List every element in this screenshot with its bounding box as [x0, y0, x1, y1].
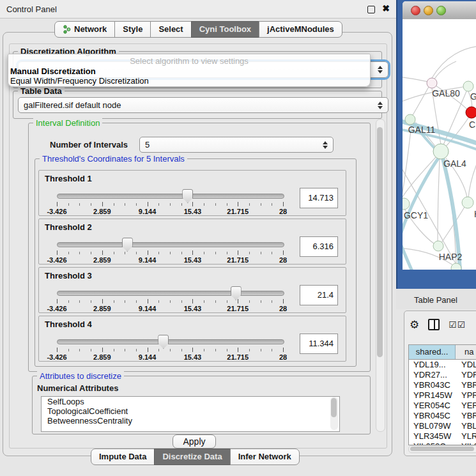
mac-close-icon[interactable] — [411, 6, 420, 15]
network-canvas[interactable]: GAL80G.CGAL11GAL4GCY1HHAP2 — [403, 19, 476, 270]
tab-style[interactable]: Style — [114, 21, 151, 38]
cyni-bottom-tabs: Impute Data Discretize Data Infer Networ… — [91, 449, 300, 465]
slider-thumb[interactable] — [158, 335, 169, 349]
column-selector-icon[interactable] — [428, 319, 440, 330]
table-row[interactable]: YBR043CYBR0 — [409, 380, 476, 390]
attribute-list-item[interactable]: BetweennessCentrality — [42, 416, 339, 426]
network-edge[interactable] — [413, 87, 429, 115]
table-row[interactable]: YBR045CYBR0 — [409, 411, 476, 421]
tab-discretize-data[interactable]: Discretize Data — [154, 449, 230, 465]
network-node-label: G. — [470, 91, 476, 102]
checkbox-icons[interactable]: ☑☑ — [449, 319, 466, 330]
threshold-1-value-field[interactable]: 14.713 — [300, 188, 338, 208]
slider-track[interactable] — [57, 194, 284, 199]
table-row[interactable]: YLR345WYLR3 — [409, 431, 476, 441]
threshold-3-value-field[interactable]: 21.4 — [300, 285, 338, 305]
network-node[interactable] — [463, 81, 473, 91]
threshold-3-slider[interactable]: -3.4262.8599.14415.4321.71528 — [57, 288, 283, 310]
mac-zoom-icon[interactable] — [436, 6, 446, 15]
threshold-4-label: Threshold 4 — [45, 319, 92, 329]
node-attribute-table[interactable]: shared... na YDL19...YDL1YDR27...YDR2YBR… — [408, 344, 476, 445]
network-node[interactable] — [466, 107, 476, 118]
network-node[interactable] — [462, 197, 473, 208]
table-panel-titlebar: Table Panel — [396, 289, 476, 309]
threshold-3-panel: Threshold 3 -3.4262.8599.14415.4321.7152… — [38, 267, 346, 313]
network-edge-thick[interactable] — [403, 236, 411, 270]
network-window-titlebar[interactable] — [403, 1, 476, 20]
close-icon[interactable]: ✖ — [382, 3, 390, 13]
network-edge[interactable] — [403, 77, 428, 82]
mac-minimize-icon[interactable] — [424, 6, 433, 15]
network-view-frame: GAL80G.CGAL11GAL4GCY1HHAP2 — [396, 0, 476, 289]
network-node[interactable] — [433, 241, 443, 251]
column-header-shared-name[interactable]: shared... — [409, 345, 456, 359]
gear-icon[interactable]: ⚙ — [410, 319, 419, 330]
settings-scrollbar[interactable] — [376, 119, 385, 432]
tab-impute-data[interactable]: Impute Data — [91, 449, 155, 465]
threshold-3-label: Threshold 3 — [45, 271, 92, 280]
network-edge[interactable] — [468, 155, 476, 198]
settings-scrollbar-thumb[interactable] — [377, 127, 383, 357]
slider-thumb[interactable] — [231, 286, 242, 300]
slider-ticks — [57, 348, 283, 353]
attributes-list-scrollbar-thumb[interactable] — [331, 398, 337, 417]
attribute-list-item[interactable]: SelfLoops — [42, 397, 339, 406]
threshold-2-value-field[interactable]: 6.316 — [300, 236, 338, 257]
threshold-4-slider[interactable]: -3.4262.8599.14415.4321.71528 — [57, 337, 283, 358]
table-data-combobox[interactable]: galFiltered.sif default node — [18, 97, 388, 113]
network-node[interactable] — [405, 114, 415, 125]
slider-ticks — [57, 299, 283, 304]
number-of-intervals-combobox[interactable]: 5 — [139, 137, 334, 153]
slider-ticks — [57, 250, 283, 256]
table-horizontal-scrollbar-thumb[interactable] — [410, 447, 474, 451]
window-title: Control Panel — [6, 4, 57, 14]
tab-select[interactable]: Select — [150, 21, 191, 38]
network-node[interactable] — [433, 144, 449, 159]
slider-thumb[interactable] — [182, 189, 193, 203]
numerical-attributes-list[interactable]: SelfLoopsTopologicalCoefficientBetweenne… — [41, 396, 340, 432]
slider-ticks — [57, 202, 283, 207]
float-window-icon[interactable] — [367, 6, 375, 13]
network-node[interactable] — [427, 78, 437, 88]
slider-track[interactable] — [57, 242, 284, 247]
slider-thumb[interactable] — [122, 238, 133, 252]
threshold-4-panel: Threshold 4 -3.4262.8599.14415.4321.7152… — [38, 316, 346, 362]
table-row[interactable]: YER054CYER0 — [409, 401, 476, 411]
table-row[interactable]: YPR145WYPR1 — [409, 390, 476, 401]
tab-jactivemnodules[interactable]: jActiveMNodules — [259, 21, 342, 38]
slider-track[interactable] — [57, 339, 284, 344]
tab-infer-network[interactable]: Infer Network — [230, 449, 300, 465]
thresholds-group-label: Threshold's Coordinates for 5 Intervals — [40, 154, 187, 164]
slider-track[interactable] — [57, 291, 284, 296]
numerical-attributes-label: Numerical Attributes — [37, 383, 118, 393]
table-row[interactable]: YBL079WYBL0 — [409, 421, 476, 431]
network-edge-thick[interactable] — [403, 155, 441, 240]
table-row[interactable]: YDR27...YDR2 — [409, 370, 476, 380]
tab-cyni-toolbox[interactable]: Cyni Toolbox — [191, 21, 259, 38]
threshold-2-slider[interactable]: -3.4262.8599.14415.4321.71528 — [57, 240, 283, 261]
network-edge[interactable] — [438, 159, 440, 242]
table-header-row: shared... na — [409, 345, 476, 360]
attribute-list-item[interactable]: TopologicalCoefficient — [42, 406, 339, 416]
threshold-4-value-field[interactable]: 11.344 — [300, 334, 338, 354]
apply-button[interactable]: Apply — [173, 434, 216, 449]
column-header-name[interactable]: na — [456, 345, 476, 359]
network-node[interactable] — [403, 198, 410, 210]
table-panel-body: ⚙ ☑☑ shared... na YDL19...YDL1YDR27...YD… — [404, 311, 476, 456]
table-row[interactable]: YDL19...YDL1 — [409, 360, 476, 370]
network-edge[interactable] — [403, 125, 411, 199]
table-horizontal-scrollbar[interactable] — [408, 445, 476, 453]
threshold-1-label: Threshold 1 — [45, 174, 92, 183]
threshold-1-panel: Threshold 1 -3.4262.8599.14415.4321.7152… — [38, 170, 346, 216]
number-of-intervals-value: 5 — [145, 140, 150, 150]
algorithm-popup-item-manual[interactable]: Manual Discretization — [10, 66, 96, 76]
attributes-list-scrollbar[interactable] — [330, 397, 338, 430]
combo-arrows-icon — [323, 141, 328, 149]
slider-tick-labels: -3.4262.8599.14415.4321.71528 — [57, 305, 283, 312]
network-node-label: GAL80 — [432, 88, 460, 98]
threshold-1-slider[interactable]: -3.4262.8599.14415.4321.71528 — [57, 191, 283, 213]
tab-network[interactable]: Network — [54, 21, 115, 38]
network-view-window: GAL80G.CGAL11GAL4GCY1HHAP2 — [403, 1, 476, 270]
algorithm-popup-item-equal-width[interactable]: Equal Width/Frequency Discretization — [10, 76, 149, 86]
combo-arrows-icon — [378, 102, 383, 109]
